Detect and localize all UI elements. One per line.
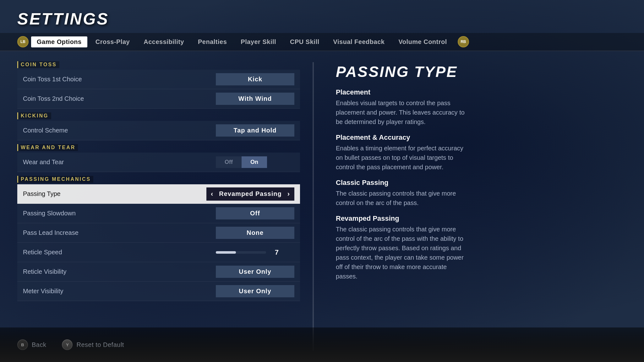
pass-lead-label: Pass Lead Increase xyxy=(23,229,216,236)
reticle-speed-slider-container: 7 xyxy=(216,248,294,257)
left-panel: COIN TOSS Coin Toss 1st Choice Kick Coin… xyxy=(17,57,300,356)
tab-volume-control[interactable]: Volume Control xyxy=(393,36,452,47)
meter-visibility-label: Meter Visibility xyxy=(23,288,216,295)
section-kicking-label: KICKING xyxy=(17,112,51,119)
reticle-speed-label: Reticle Speed xyxy=(23,249,216,256)
header: SETTINGS xyxy=(0,0,644,33)
detail-title: PASSING TYPE xyxy=(336,64,617,80)
pass-lead-value: None xyxy=(216,227,294,239)
row-meter-visibility[interactable]: Meter Visibility User Only xyxy=(17,282,300,301)
row-control-scheme[interactable]: Control Scheme Tap and Hold xyxy=(17,121,300,140)
meter-visibility-value: User Only xyxy=(216,285,294,297)
tab-visual-feedback[interactable]: Visual Feedback xyxy=(328,36,390,47)
detail-revamped-passing: Revamped Passing The classic passing con… xyxy=(336,214,617,281)
coin-toss-1st-label: Coin Toss 1st Choice xyxy=(23,76,216,83)
detail-placement-accuracy: Placement & Accuracy Enables a timing el… xyxy=(336,133,617,172)
rb-button[interactable]: RB xyxy=(458,36,469,47)
detail-placement-accuracy-text: Enables a timing element for perfect acc… xyxy=(336,143,468,172)
coin-toss-2nd-label: Coin Toss 2nd Choice xyxy=(23,95,216,102)
passing-type-label: Passing Type xyxy=(23,190,206,197)
lb-button[interactable]: LB xyxy=(17,36,29,47)
row-reticle-speed[interactable]: Reticle Speed 7 xyxy=(17,243,300,262)
content-area: COIN TOSS Coin Toss 1st Choice Kick Coin… xyxy=(0,51,644,362)
bottom-texture xyxy=(0,331,644,362)
passing-slowdown-label: Passing Slowdown xyxy=(23,210,216,217)
coin-toss-1st-value: Kick xyxy=(216,73,294,85)
section-wear-tear-label: WEAR AND TEAR xyxy=(17,144,78,151)
coin-toss-2nd-value: With Wind xyxy=(216,93,294,105)
row-reticle-visibility[interactable]: Reticle Visibility User Only xyxy=(17,262,300,282)
reticle-visibility-value: User Only xyxy=(216,266,294,278)
main-container: SETTINGS LB Game Options Cross-Play Acce… xyxy=(0,0,644,362)
detail-placement-accuracy-title: Placement & Accuracy xyxy=(336,133,617,142)
section-coin-toss-label: COIN TOSS xyxy=(17,61,59,68)
tab-accessibility[interactable]: Accessibility xyxy=(138,36,190,47)
row-passing-slowdown[interactable]: Passing Slowdown Off xyxy=(17,204,300,223)
tab-cross-play[interactable]: Cross-Play xyxy=(90,36,136,47)
detail-placement-title: Placement xyxy=(336,88,617,96)
section-passing-mechanics-label: PASSING MECHANICS xyxy=(17,176,93,183)
detail-placement-text: Enables visual targets to control the pa… xyxy=(336,98,468,127)
detail-classic-passing-title: Classic Passing xyxy=(336,179,617,187)
slider-fill xyxy=(216,251,236,254)
page-title: SETTINGS xyxy=(17,9,627,28)
passing-type-value-container: ‹ Revamped Passing › xyxy=(206,187,294,201)
tab-cpu-skill[interactable]: CPU Skill xyxy=(284,36,325,47)
right-arrow-icon[interactable]: › xyxy=(287,190,290,198)
wear-tear-toggle: Off On xyxy=(216,156,294,168)
tab-game-options[interactable]: Game Options xyxy=(31,36,87,47)
control-scheme-value: Tap and Hold xyxy=(216,124,294,137)
detail-revamped-passing-text: The classic passing controls that give m… xyxy=(336,224,468,281)
detail-classic-passing-text: The classic passing controls that give m… xyxy=(336,189,468,208)
left-arrow-icon[interactable]: ‹ xyxy=(211,190,213,198)
detail-placement: Placement Enables visual targets to cont… xyxy=(336,88,617,127)
slider-track[interactable] xyxy=(216,251,266,254)
tab-player-skill[interactable]: Player Skill xyxy=(235,36,282,47)
control-scheme-label: Control Scheme xyxy=(23,127,216,134)
row-coin-toss-1st[interactable]: Coin Toss 1st Choice Kick xyxy=(17,70,300,89)
detail-classic-passing: Classic Passing The classic passing cont… xyxy=(336,179,617,208)
tab-penalties[interactable]: Penalties xyxy=(192,36,232,47)
reticle-visibility-label: Reticle Visibility xyxy=(23,268,216,275)
row-passing-type[interactable]: Passing Type ‹ Revamped Passing › xyxy=(17,184,300,204)
detail-revamped-passing-title: Revamped Passing xyxy=(336,214,617,223)
nav-tabs: LB Game Options Cross-Play Accessibility… xyxy=(0,33,644,51)
wear-tear-off[interactable]: Off xyxy=(216,156,242,168)
wear-tear-on[interactable]: On xyxy=(242,156,267,168)
reticle-speed-value: 7 xyxy=(271,248,279,257)
row-pass-lead[interactable]: Pass Lead Increase None xyxy=(17,223,300,243)
row-coin-toss-2nd[interactable]: Coin Toss 2nd Choice With Wind xyxy=(17,89,300,109)
passing-slowdown-value: Off xyxy=(216,207,294,219)
right-panel: PASSING TYPE Placement Enables visual ta… xyxy=(326,57,627,356)
panel-divider xyxy=(313,62,314,351)
passing-type-value: Revamped Passing xyxy=(219,190,281,197)
wear-tear-label: Wear and Tear xyxy=(23,159,216,166)
row-wear-tear[interactable]: Wear and Tear Off On xyxy=(17,153,300,172)
